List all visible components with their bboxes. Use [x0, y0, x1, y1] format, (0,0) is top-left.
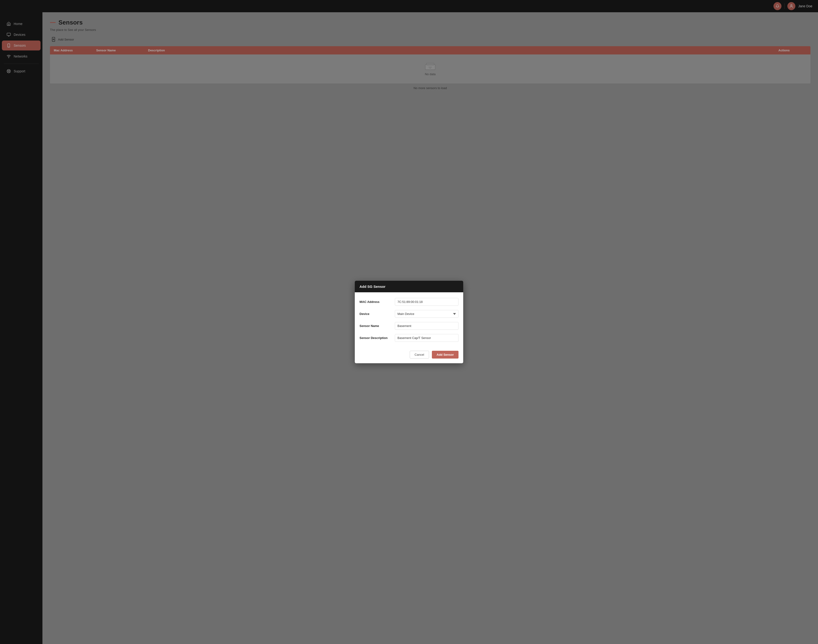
- modal-overlay: Add SG Sensor MAC Address Device Main De…: [43, 0, 818, 644]
- device-field: Device Main Device Device 2 Device 3: [360, 310, 458, 318]
- device-label: Device: [360, 312, 395, 316]
- add-sensor-modal: Add SG Sensor MAC Address Device Main De…: [355, 281, 463, 363]
- sensor-desc-input[interactable]: [395, 334, 458, 342]
- sensor-name-label: Sensor Name: [360, 324, 395, 328]
- mac-address-label: MAC Address: [360, 300, 395, 304]
- sensor-desc-label: Sensor Description: [360, 336, 395, 340]
- sensor-name-input[interactable]: [395, 322, 458, 330]
- device-select[interactable]: Main Device Device 2 Device 3: [395, 310, 458, 318]
- cancel-button[interactable]: Cancel: [410, 351, 429, 359]
- modal-footer: Cancel Add Sensor: [355, 351, 463, 363]
- add-sensor-submit-button[interactable]: Add Sensor: [432, 351, 458, 359]
- modal-body: MAC Address Device Main Device Device 2 …: [355, 292, 463, 351]
- mac-address-input[interactable]: [395, 298, 458, 306]
- main-content: Sensors The place to See all your Sensor…: [43, 0, 818, 644]
- mac-address-field: MAC Address: [360, 298, 458, 306]
- sensor-name-field: Sensor Name: [360, 322, 458, 330]
- modal-title: Add SG Sensor: [355, 281, 463, 292]
- sensor-desc-field: Sensor Description: [360, 334, 458, 342]
